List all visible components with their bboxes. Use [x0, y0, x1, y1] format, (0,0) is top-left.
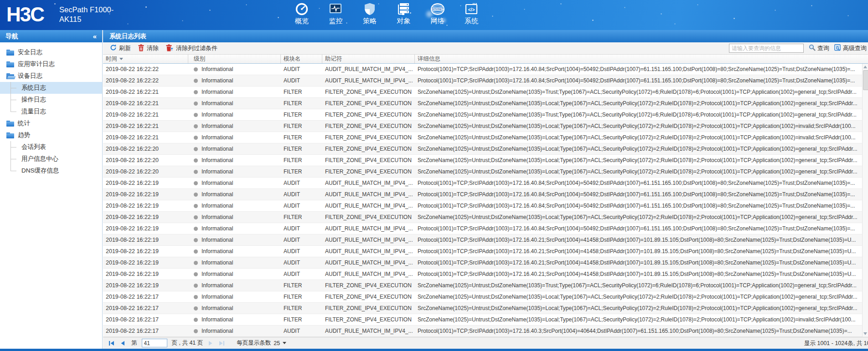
refresh-button[interactable]: 刷新	[110, 44, 131, 52]
level-dot-icon	[194, 193, 198, 197]
advanced-search-icon	[834, 44, 841, 52]
table-row[interactable]: 2019-08-22 16:22:19 Informational FILTER…	[103, 212, 868, 223]
log-time: 2019-08-22 16:22:19	[103, 178, 188, 188]
scroll-up-icon[interactable]	[863, 66, 867, 68]
table-row[interactable]: 2019-08-22 16:22:19 Informational FILTER…	[103, 280, 868, 291]
log-level: Informational	[188, 75, 281, 86]
nav-item-policy[interactable]: 策略	[358, 2, 382, 25]
column-header-module[interactable]: 模块名	[281, 55, 322, 63]
gauge-icon	[295, 2, 309, 16]
scroll-down-icon[interactable]	[863, 332, 867, 335]
sidebar-item-3[interactable]: 系统日志	[0, 82, 102, 94]
column-header-level[interactable]: 级别	[188, 55, 281, 63]
table-row[interactable]: 2019-08-22 16:22:21 Informational FILTER…	[103, 98, 868, 109]
table-row[interactable]: 2019-08-22 16:22:20 Informational FILTER…	[103, 166, 868, 178]
log-level: Informational	[188, 109, 281, 120]
vertical-scrollbar[interactable]	[862, 64, 868, 337]
table-row[interactable]: 2019-08-22 16:22:21 Informational FILTER…	[103, 86, 868, 98]
sidebar-item-2[interactable]: 设备日志	[0, 70, 102, 82]
next-page-button[interactable]	[208, 341, 213, 346]
table-row[interactable]: 2019-08-22 16:22:19 Informational AUDIT …	[103, 246, 868, 257]
nav-item-monitor[interactable]: 监控	[324, 2, 347, 25]
level-dot-icon	[194, 102, 198, 106]
product-name-line1: SecPath F1000-	[59, 5, 114, 15]
nav-item-network[interactable]: INTERNET 网络	[426, 2, 450, 25]
nav-item-label: 概览	[295, 17, 309, 25]
sidebar-item-9[interactable]: 用户信息中心	[0, 153, 102, 165]
nav-item-system[interactable]: </> 系统	[460, 2, 483, 25]
sidebar-item-0[interactable]: 安全日志	[0, 46, 102, 58]
prev-page-button[interactable]	[120, 341, 125, 346]
search-button[interactable]: 查询	[809, 44, 829, 52]
sidebar-item-4[interactable]: 操作日志	[0, 94, 102, 106]
search-input[interactable]	[729, 44, 804, 53]
table-row[interactable]: 2019-08-22 16:22:20 Informational FILTER…	[103, 143, 868, 155]
tab-bar: 系统日志列表	[103, 30, 868, 42]
nav-item-overview[interactable]: 概览	[290, 2, 314, 25]
folder-icon	[6, 50, 14, 56]
table-row[interactable]: 2019-08-22 16:22:21 Informational FILTER…	[103, 121, 868, 132]
log-time: 2019-08-22 16:22:21	[103, 98, 188, 109]
table-row[interactable]: 2019-08-22 16:22:17 Informational FILTER…	[103, 303, 868, 314]
tree-connector	[10, 106, 17, 117]
log-mnemonic: AUDIT_RULE_MATCH_IM_IPV4_...	[322, 75, 415, 86]
table-row[interactable]: 2019-08-22 16:22:19 Informational AUDIT …	[103, 223, 868, 234]
log-mnemonic: AUDIT_RULE_MATCH_IM_IPV4_...	[322, 178, 415, 188]
folder-icon	[6, 132, 14, 138]
table-row[interactable]: 2019-08-22 16:22:19 Informational AUDIT …	[103, 200, 868, 212]
table-row[interactable]: 2019-08-22 16:22:21 Informational FILTER…	[103, 109, 868, 121]
column-header-time[interactable]: 时间	[103, 55, 188, 63]
column-header-detail[interactable]: 详细信息	[415, 55, 868, 63]
sidebar-item-label: 设备日志	[18, 72, 42, 80]
nav-item-objects[interactable]: 对象	[392, 2, 415, 25]
sidebar-item-7[interactable]: 趋势	[0, 129, 102, 141]
last-page-button[interactable]	[218, 341, 225, 346]
first-page-button[interactable]	[108, 341, 115, 346]
table-row[interactable]: 2019-08-22 16:22:19 Informational AUDIT …	[103, 269, 868, 280]
column-header-mnemonic[interactable]: 助记符	[322, 55, 415, 63]
per-page-select[interactable]: 每页显示条数 25	[237, 339, 286, 347]
log-mnemonic: FILTER_ZONE_IPV4_EXECUTION	[322, 314, 415, 325]
level-dot-icon	[194, 170, 198, 174]
sidebar-collapse-icon[interactable]: «	[93, 30, 97, 42]
sidebar-item-10[interactable]: DNS缓存信息	[0, 165, 102, 177]
log-module: AUDIT	[281, 200, 322, 211]
log-detail: Protocol(1001)=TCP;SrcIPAddr(1003)=172.1…	[415, 189, 868, 200]
log-level: Informational	[188, 143, 281, 154]
table-row[interactable]: 2019-08-22 16:22:17 Informational FILTER…	[103, 291, 868, 303]
log-mnemonic: AUDIT_RULE_MATCH_IM_IPV4_...	[322, 189, 415, 200]
table-row[interactable]: 2019-08-22 16:22:19 Informational AUDIT …	[103, 234, 868, 246]
table-row[interactable]: 2019-08-22 16:22:22 Informational AUDIT …	[103, 75, 868, 86]
level-dot-icon	[194, 227, 198, 231]
main-nav: 概览 监控 策略	[290, 2, 483, 25]
log-level: Informational	[188, 326, 281, 336]
log-module: AUDIT	[281, 178, 322, 188]
log-module: FILTER	[281, 132, 322, 143]
sidebar-item-1[interactable]: 应用审计日志	[0, 58, 102, 70]
sidebar-item-label: 会话列表	[21, 143, 46, 151]
table-row[interactable]: 2019-08-22 16:22:19 Informational AUDIT …	[103, 189, 868, 200]
table-row[interactable]: 2019-08-22 16:22:22 Informational AUDIT …	[103, 64, 868, 75]
table-row[interactable]: 2019-08-22 16:22:19 Informational AUDIT …	[103, 178, 868, 189]
table-row[interactable]: 2019-08-22 16:22:21 Informational FILTER…	[103, 132, 868, 143]
clear-column-filter-button[interactable]: 清除列过滤条件	[165, 44, 217, 53]
table-row[interactable]: 2019-08-22 16:22:17 Informational FILTER…	[103, 314, 868, 326]
scrollbar-thumb[interactable]	[863, 70, 868, 90]
clear-button[interactable]: 清除	[138, 44, 159, 53]
table-row[interactable]: 2019-08-22 16:22:19 Informational AUDIT …	[103, 257, 868, 269]
table-row[interactable]: 2019-08-22 16:22:20 Informational FILTER…	[103, 155, 868, 166]
level-dot-icon	[194, 261, 198, 265]
refresh-icon	[110, 44, 117, 52]
sidebar-item-label: 操作日志	[21, 96, 46, 104]
sidebar-item-8[interactable]: 会话列表	[0, 141, 102, 153]
sidebar-item-6[interactable]: 统计	[0, 117, 102, 129]
advanced-search-button[interactable]: 高级查询	[834, 44, 867, 52]
page-number-input[interactable]	[142, 339, 167, 347]
log-module: FILTER	[281, 86, 322, 97]
sidebar-item-5[interactable]: 流量日志	[0, 106, 102, 117]
tab-system-log-list[interactable]: 系统日志列表	[103, 30, 154, 42]
log-time: 2019-08-22 16:22:17	[103, 326, 188, 336]
log-detail: Protocol(1001)=TCP;SrcIPAddr(1003)=172.1…	[415, 75, 868, 86]
log-mnemonic: FILTER_ZONE_IPV4_EXECUTION	[322, 166, 415, 177]
table-row[interactable]: 2019-08-22 16:22:17 Informational AUDIT …	[103, 326, 868, 337]
